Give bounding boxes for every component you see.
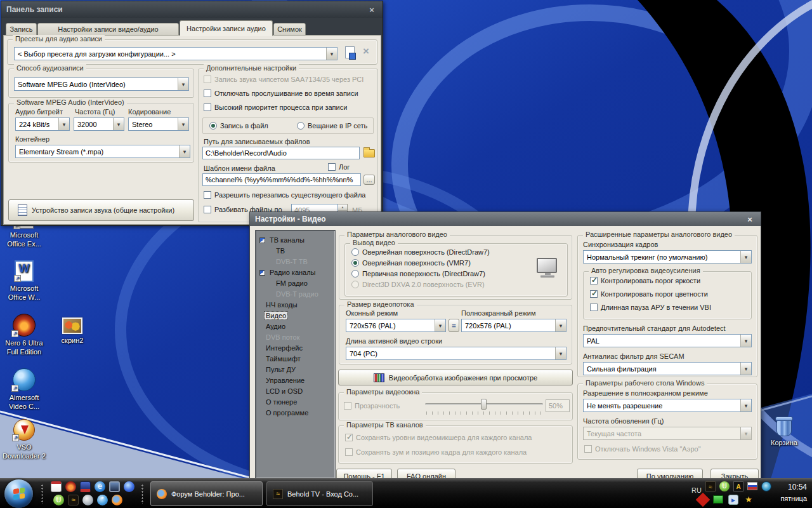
- settings-titlebar[interactable]: Настройки - Видео ×: [250, 212, 761, 226]
- recording-panel-titlebar[interactable]: Панель записи ×: [1, 1, 383, 18]
- tray-clock[interactable]: 10:54: [780, 483, 807, 491]
- tree-node-about-tuner[interactable]: О тюнере: [265, 398, 298, 407]
- start-button[interactable]: [4, 479, 33, 508]
- sound-device-button[interactable]: Устройство записи звука (общие настройки…: [8, 199, 194, 221]
- tree-node-lcd-osd[interactable]: LCD и OSD: [265, 387, 304, 396]
- frequency-combo[interactable]: 32000▾: [74, 117, 124, 131]
- nero-quicklaunch-icon[interactable]: [65, 481, 76, 492]
- floppy-icon[interactable]: [80, 481, 91, 492]
- chevron-down-icon[interactable]: ▾: [178, 118, 188, 130]
- overlay-vmr7-radio[interactable]: Оверлейная поверхность (VMR7): [351, 259, 471, 267]
- chevron-down-icon[interactable]: ▾: [740, 363, 751, 375]
- audio-method-combo[interactable]: Software MPEG Audio (InterVideo) ▾: [14, 77, 189, 91]
- clock-launcher-icon[interactable]: [82, 495, 93, 505]
- tree-node-timeshift[interactable]: Таймшифт: [265, 354, 302, 364]
- tab-snimok[interactable]: Снимок: [273, 23, 306, 36]
- broadcast-ip-radio[interactable]: Вещание в IP сеть: [297, 122, 367, 130]
- chevron-down-icon[interactable]: ▾: [740, 335, 751, 347]
- mute-while-recording-checkbox[interactable]: Отключать прослушивание во время записи: [204, 90, 358, 97]
- behold-tray-icon[interactable]: ≈: [705, 481, 716, 491]
- active-line-combo[interactable]: 704 (PC)▾: [346, 347, 566, 360]
- desktop-icon-nero[interactable]: ↗ Nero 6 Ultra Full Edition: [1, 314, 47, 356]
- tree-node-video[interactable]: Видео: [265, 311, 287, 321]
- desktop-icon-office-word[interactable]: ↗ Microsoft Office W...: [1, 260, 47, 302]
- checkbox-icon[interactable]: [328, 163, 336, 171]
- high-priority-checkbox[interactable]: Высокий приоритет процесса при записи: [204, 104, 347, 111]
- punto-switcher-icon[interactable]: A: [733, 481, 743, 491]
- fullscreen-size-combo[interactable]: 720x576 (PAL)▾: [461, 319, 566, 332]
- close-icon[interactable]: ×: [744, 215, 756, 224]
- spin-up-icon[interactable]: ▲: [338, 204, 347, 211]
- battery-tray-icon[interactable]: [713, 495, 723, 504]
- tree-node-tv-channels[interactable]: ТВ каналы: [259, 236, 306, 245]
- tree-node-control[interactable]: Управление: [265, 376, 306, 385]
- utorrent-tray-icon[interactable]: U: [719, 481, 730, 491]
- radio-icon[interactable]: [209, 122, 217, 130]
- behold-quicklaunch-icon[interactable]: ≈: [68, 495, 79, 505]
- chevron-down-icon[interactable]: ▾: [435, 319, 445, 331]
- desktop-icon-skrin2[interactable]: скрин2: [49, 318, 95, 345]
- chevron-down-icon[interactable]: ▾: [58, 118, 69, 130]
- delete-preset-icon[interactable]: ×: [363, 45, 369, 58]
- radio-icon[interactable]: [351, 248, 359, 256]
- checkbox-icon[interactable]: [590, 304, 598, 311]
- record-to-file-radio[interactable]: Запись в файл: [209, 122, 268, 130]
- checkbox-icon[interactable]: [204, 191, 211, 199]
- tab-video-audio-settings[interactable]: Настройки записи видео/аудио: [37, 23, 179, 36]
- firefox-quicklaunch-icon[interactable]: [112, 495, 122, 505]
- player-tray-icon[interactable]: ►: [728, 495, 738, 505]
- record-path-input[interactable]: C:\Beholder\Record\Audio: [202, 147, 360, 159]
- vbi-pause-checkbox[interactable]: Длинная пауза АРУ в течении VBI: [590, 304, 711, 311]
- updown-arrows-icon[interactable]: [696, 493, 710, 507]
- desktop-icon-vso[interactable]: ↗ VSO Downloader 2: [1, 419, 47, 460]
- primary-dd7-radio[interactable]: Первичная поверхность (DirectDraw7): [351, 270, 485, 277]
- chevron-down-icon[interactable]: ▾: [179, 145, 190, 157]
- encoding-combo[interactable]: Stereo▾: [128, 117, 189, 131]
- chevron-down-icon[interactable]: ▾: [113, 118, 124, 130]
- tree-node-tv[interactable]: ТВ: [275, 246, 286, 256]
- radio-icon[interactable]: [297, 122, 304, 130]
- chevron-down-icon[interactable]: ▾: [740, 399, 751, 411]
- volume-tray-icon[interactable]: [761, 481, 771, 491]
- radio-icon[interactable]: [351, 259, 359, 267]
- tree-node-remote[interactable]: Пульт ДУ: [265, 365, 297, 375]
- slider-thumb[interactable]: [481, 399, 487, 410]
- calendar-icon[interactable]: [51, 481, 62, 492]
- checkbox-icon[interactable]: [204, 90, 211, 97]
- checkbox-icon[interactable]: [590, 277, 598, 284]
- tree-node-radio-channels[interactable]: Радио каналы: [259, 268, 317, 277]
- tree-node-lf-inputs[interactable]: НЧ входы: [265, 300, 299, 310]
- tree-node-audio[interactable]: Аудио: [265, 322, 287, 331]
- desktop-icon-recycle-bin[interactable]: Корзина: [760, 419, 808, 447]
- radio-icon[interactable]: [351, 270, 359, 277]
- chevron-down-icon[interactable]: ▾: [326, 48, 337, 60]
- chevron-down-icon[interactable]: ▾: [555, 347, 566, 359]
- overwrite-checkbox[interactable]: Разрешить перезапись существующего файла: [204, 191, 365, 199]
- autodetect-standard-combo[interactable]: PAL▾: [583, 334, 752, 347]
- wand-icon[interactable]: ★: [743, 495, 754, 505]
- checkbox-icon[interactable]: [590, 290, 598, 298]
- utorrent-quicklaunch-icon[interactable]: U: [53, 495, 64, 505]
- overlay-dd7-radio[interactable]: Оверлейная поверхность (DirectDraw7): [351, 248, 490, 256]
- tree-node-about-program[interactable]: О программе: [265, 408, 310, 418]
- snowflake-icon[interactable]: *: [97, 495, 108, 505]
- video-processing-button[interactable]: Видеообработка изображения при просмотре: [338, 370, 573, 385]
- language-indicator[interactable]: RU: [691, 486, 702, 494]
- messenger-icon[interactable]: [124, 481, 134, 492]
- checkbox-icon[interactable]: [204, 206, 211, 213]
- bitrate-combo[interactable]: 224 kBit/s▾: [15, 117, 70, 131]
- template-more-button[interactable]: ...: [363, 175, 375, 185]
- chevron-down-icon[interactable]: ▾: [740, 251, 751, 263]
- chroma-threshold-checkbox[interactable]: Контролировать порог цветности: [590, 290, 708, 298]
- secam-filter-combo[interactable]: Сильная фильтрация▾: [583, 362, 752, 375]
- tab-audio-settings[interactable]: Настройки записи аудио: [180, 20, 273, 36]
- ru-flag-icon[interactable]: [747, 482, 757, 490]
- taskbar-button-beholdtv[interactable]: ≈ Behold TV - Вход Co...: [266, 481, 373, 506]
- chevron-down-icon[interactable]: ▾: [555, 319, 566, 331]
- checkbox-icon[interactable]: [204, 104, 211, 111]
- chevron-down-icon[interactable]: ▾: [178, 78, 188, 90]
- tree-node-fm-radio[interactable]: FM радио: [275, 279, 309, 288]
- windowed-size-combo[interactable]: 720x576 (PAL)▾: [346, 319, 446, 332]
- save-preset-icon[interactable]: [345, 46, 355, 58]
- close-icon[interactable]: ×: [366, 5, 377, 15]
